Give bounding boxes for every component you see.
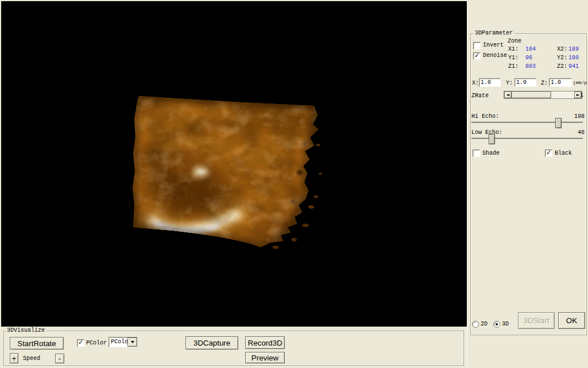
zrate-label: ZRate [471,93,489,99]
visualize-groupbox: 3DVisualize StartRotate + Speed - ✓ PCol… [3,331,464,366]
mode-2d-label: 2D [481,321,488,328]
denoise-label: Denoise [483,52,507,59]
scale-unit-label: (mm/p) [573,79,588,86]
zone-z1-value: 803 [525,63,536,70]
zone-x2-value: 189 [568,46,579,53]
invert-label: Invert [483,42,504,49]
pcolor-label: PColor [86,340,107,347]
start-rotate-button[interactable]: StartRotate [10,337,64,350]
low-echo-label: Low Echo: [471,129,502,136]
zone-z2-value: 941 [568,63,579,70]
x-scale-input[interactable] [479,78,501,87]
mode-3d-radio[interactable] [493,321,500,328]
black-label: Black [555,150,572,157]
shade-checkbox[interactable]: ✓ [473,150,480,157]
ok-button[interactable]: OK [558,312,585,329]
zone-y2-value: 180 [568,55,579,62]
zrate-scrollbar-thumb[interactable] [512,91,551,98]
check-icon: ✓ [78,339,83,346]
speed-plus-button[interactable]: + [10,353,18,363]
speed-label: Speed [23,355,40,362]
z-scale-input[interactable] [549,78,572,87]
radio-dot-icon [496,323,498,325]
low-echo-slider[interactable] [471,137,583,140]
visualize-group-title: 3DVisualize [5,327,47,334]
parameter-panel: 3DParameter ✓ Invert ✓ Denoise Zone X1: … [467,0,588,368]
zone-row-z: Z1: 803 Z2: 941 [508,63,588,70]
record3d-button[interactable]: Record3D [245,336,285,349]
zone-x1-value: 104 [525,46,536,53]
zone-y1-value: 96 [525,55,532,62]
zrate-scrollbar[interactable]: ◄ ► [504,91,582,99]
invert-checkbox[interactable]: ✓ [473,42,481,49]
zrate-value: 1 [580,92,583,99]
pcolor-checkbox[interactable]: ✓ [77,339,84,347]
ultrasound-3d-render [1,1,467,327]
zrate-left-arrow-icon[interactable]: ◄ [504,91,512,98]
zone-z2-label: Z2: [557,63,567,70]
pcolor-dropdown[interactable]: PColor [109,337,138,347]
speed-minus-button[interactable]: - [55,354,64,363]
shade-label: Shade [482,150,500,157]
denoise-checkbox[interactable]: ✓ [473,52,481,60]
hi-echo-label: Hi Echo: [471,113,499,120]
low-echo-value: 46 [578,129,585,136]
y-scale-label: Y: [506,80,513,87]
visualize-bar: 3DVisualize StartRotate + Speed - ✓ PCol… [1,327,467,367]
zone-y1-label: Y1: [508,55,519,62]
z-scale-label: Z: [541,80,548,87]
zone-row-x: X1: 104 X2: 189 [508,46,588,53]
parameter-groupbox: 3DParameter ✓ Invert ✓ Denoise Zone X1: … [470,33,587,335]
mode-2d-radio[interactable] [472,321,479,328]
app-window: 3DParameter ✓ Invert ✓ Denoise Zone X1: … [0,0,588,368]
capture3d-button[interactable]: 3DCapture [185,336,238,350]
y-scale-input[interactable] [514,78,536,87]
zone-row-y: Y1: 96 Y2: 180 [508,55,588,62]
x-scale-label: X: [472,80,479,87]
preview-button[interactable]: Preview [245,352,285,363]
hi-echo-slider-thumb[interactable] [555,118,562,128]
zone-z1-label: Z1: [508,63,519,70]
check-icon: ✓ [474,52,479,59]
chevron-down-icon [131,341,134,343]
pcolor-dropdown-button[interactable] [127,338,137,347]
black-checkbox[interactable]: ✓ [545,150,552,157]
zone-title: Zone [508,38,521,45]
mode-3d-label: 3D [502,321,509,328]
zone-x1-label: X1: [508,46,519,53]
hi-echo-slider[interactable] [471,121,583,124]
parameter-group-title: 3DParameter [473,30,514,37]
render-viewport[interactable] [1,1,467,327]
zone-x2-label: X2: [557,46,567,53]
check-icon: ✓ [546,149,551,156]
start3d-button[interactable]: 3DStart [518,312,555,329]
zone-y2-label: Y2: [557,55,567,62]
low-echo-slider-thumb[interactable] [489,134,495,144]
hi-echo-value: 198 [574,113,585,120]
